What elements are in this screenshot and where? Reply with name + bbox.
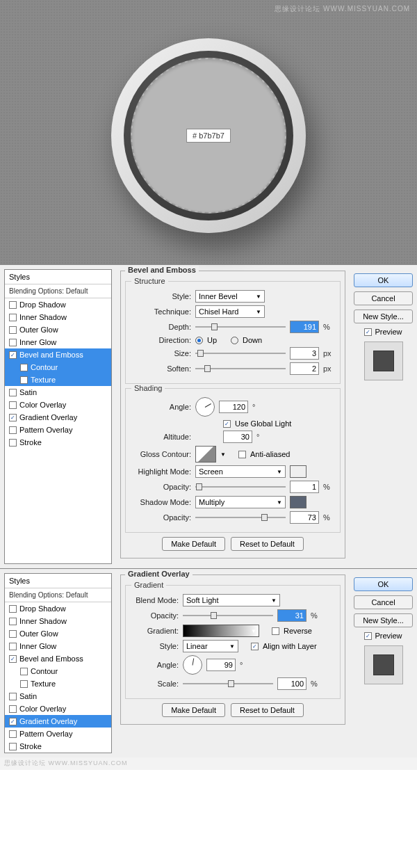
make-default-button[interactable]: Make Default: [162, 537, 225, 551]
style-gradient-overlay[interactable]: ✓Gradient Overlay: [5, 411, 111, 424]
scale-input[interactable]: 100: [277, 677, 306, 690]
style-stroke[interactable]: Stroke: [5, 740, 111, 753]
depth-input[interactable]: 191: [290, 321, 319, 333]
soften-input[interactable]: 2: [290, 362, 319, 375]
checkbox-icon[interactable]: [9, 401, 17, 409]
style-stroke[interactable]: Stroke: [5, 436, 111, 449]
checkbox-icon[interactable]: ✓: [9, 655, 17, 663]
style-pattern-overlay[interactable]: Pattern Overlay: [5, 728, 111, 740]
make-default-button[interactable]: Make Default: [162, 703, 225, 717]
size-input[interactable]: 3: [290, 347, 319, 360]
style-inner-shadow[interactable]: Inner Shadow: [5, 615, 111, 627]
angle-dial[interactable]: [195, 397, 215, 417]
cancel-button[interactable]: Cancel: [354, 595, 413, 609]
checkbox-icon[interactable]: [20, 376, 28, 384]
down-radio[interactable]: [231, 337, 238, 344]
checkbox-icon[interactable]: [9, 339, 17, 346]
style-color-overlay[interactable]: Color Overlay: [5, 399, 111, 411]
checkbox-icon[interactable]: ✓: [9, 414, 17, 421]
preview-checkbox[interactable]: ✓: [364, 328, 372, 336]
angle-input[interactable]: 120: [219, 401, 248, 413]
style-texture[interactable]: Texture: [5, 373, 111, 386]
shadow-opacity-slider[interactable]: [195, 513, 286, 522]
checkbox-icon[interactable]: [9, 693, 17, 700]
style-outer-glow[interactable]: Outer Glow: [5, 323, 111, 336]
checkbox-icon[interactable]: [9, 743, 17, 750]
checkbox-icon[interactable]: [9, 605, 17, 613]
ok-button[interactable]: OK: [354, 273, 413, 287]
style-inner-shadow[interactable]: Inner Shadow: [5, 311, 111, 323]
label: Drop Shadow: [19, 604, 66, 613]
gloss-contour-picker[interactable]: [195, 446, 216, 463]
style-drop-shadow[interactable]: Drop Shadow: [5, 602, 111, 615]
checkbox-icon[interactable]: [9, 426, 17, 434]
opacity-input[interactable]: 31: [277, 609, 306, 622]
reset-default-button[interactable]: Reset to Default: [231, 703, 304, 717]
style-bevel-emboss[interactable]: ✓Bevel and Emboss: [5, 652, 111, 665]
style-contour[interactable]: Contour: [5, 361, 111, 373]
style-outer-glow[interactable]: Outer Glow: [5, 627, 111, 640]
checkbox-icon[interactable]: ✓: [9, 351, 17, 359]
checkbox-icon[interactable]: [9, 618, 17, 625]
angle-dial[interactable]: [183, 655, 202, 675]
chevron-down-icon[interactable]: ▼: [220, 451, 226, 458]
highlight-opacity-slider[interactable]: [195, 482, 286, 492]
checkbox-icon[interactable]: [9, 326, 17, 334]
reset-default-button[interactable]: Reset to Default: [231, 537, 304, 551]
highlight-mode-select[interactable]: Screen▼: [195, 465, 286, 478]
depth-slider[interactable]: [195, 322, 286, 332]
blend-mode-select[interactable]: Soft Light▼: [183, 594, 280, 606]
checkbox-icon[interactable]: [20, 680, 28, 688]
technique-select[interactable]: Chisel Hard▼: [195, 305, 265, 318]
blending-options[interactable]: Blending Options: Default: [5, 588, 111, 602]
shadow-mode-select[interactable]: Multiply▼: [195, 496, 286, 508]
soften-slider[interactable]: [195, 364, 286, 373]
checkbox-icon[interactable]: [9, 643, 17, 650]
style-inner-glow[interactable]: Inner Glow: [5, 336, 111, 348]
style-texture[interactable]: Texture: [5, 677, 111, 690]
preview-checkbox[interactable]: ✓: [364, 632, 372, 640]
altitude-input[interactable]: 30: [223, 431, 252, 443]
style-drop-shadow[interactable]: Drop Shadow: [5, 298, 111, 311]
style-label: Style:: [130, 642, 179, 650]
opacity-slider[interactable]: [183, 611, 273, 620]
style-bevel-emboss[interactable]: ✓Bevel and Emboss: [5, 348, 111, 361]
align-layer-checkbox[interactable]: ✓: [251, 643, 259, 650]
up-radio[interactable]: [195, 337, 203, 344]
global-light-checkbox[interactable]: ✓: [223, 420, 231, 428]
new-style-button[interactable]: New Style...: [354, 613, 413, 627]
checkbox-icon[interactable]: [20, 668, 28, 675]
new-style-button[interactable]: New Style...: [354, 310, 413, 323]
style-color-overlay[interactable]: Color Overlay: [5, 702, 111, 715]
style-pattern-overlay[interactable]: Pattern Overlay: [5, 424, 111, 436]
checkbox-icon[interactable]: [9, 301, 17, 309]
gradient-style-select[interactable]: Linear▼: [183, 640, 238, 652]
style-inner-glow[interactable]: Inner Glow: [5, 640, 111, 652]
style-contour[interactable]: Contour: [5, 665, 111, 677]
checkbox-icon[interactable]: [9, 439, 17, 447]
style-satin[interactable]: Satin: [5, 386, 111, 399]
blending-options[interactable]: Blending Options: Default: [5, 284, 111, 298]
scale-slider[interactable]: [183, 679, 273, 689]
cancel-button[interactable]: Cancel: [354, 291, 413, 305]
checkbox-icon[interactable]: [9, 389, 17, 396]
checkbox-icon[interactable]: [9, 314, 17, 321]
checkbox-icon[interactable]: ✓: [9, 718, 17, 725]
checkbox-icon[interactable]: [9, 630, 17, 638]
anti-aliased-checkbox[interactable]: [238, 451, 246, 458]
reverse-checkbox[interactable]: [272, 627, 279, 635]
checkbox-icon[interactable]: [9, 705, 17, 713]
style-satin[interactable]: Satin: [5, 690, 111, 702]
checkbox-icon[interactable]: [9, 730, 17, 738]
checkbox-icon[interactable]: [20, 364, 28, 371]
shadow-color-swatch[interactable]: [290, 496, 306, 508]
size-slider[interactable]: [195, 348, 286, 358]
style-select[interactable]: Inner Bevel▼: [195, 290, 265, 303]
shadow-opacity-input[interactable]: 73: [290, 511, 319, 524]
highlight-color-swatch[interactable]: [290, 465, 306, 478]
ok-button[interactable]: OK: [354, 577, 413, 591]
style-gradient-overlay[interactable]: ✓Gradient Overlay: [5, 715, 111, 728]
gradient-picker[interactable]: ▼: [183, 625, 259, 637]
angle-input[interactable]: 99: [206, 659, 236, 671]
highlight-opacity-input[interactable]: 1: [290, 481, 319, 493]
